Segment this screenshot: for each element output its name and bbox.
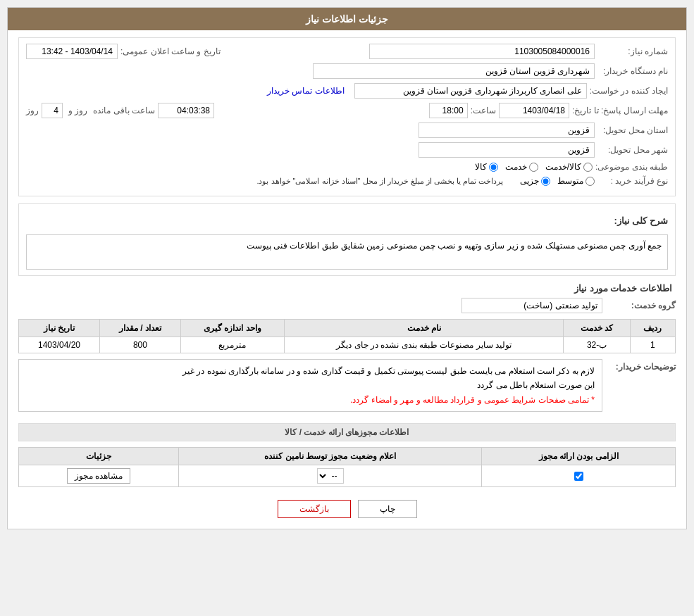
buyer-note-label: توضیحات خریدار: (605, 359, 676, 372)
permits-checkbox-container (488, 472, 669, 481)
radio-kala-khadamat-label: کالا/خدمت (545, 162, 581, 172)
cell-date: 1403/04/20 (19, 337, 100, 353)
contact-link[interactable]: اطلاعات تماس خریدار (267, 86, 345, 96)
deadline-date: 1403/04/18 (499, 103, 569, 118)
cell-name: تولید سایر مصنوعات طبقه بندی نشده در جای… (285, 337, 564, 353)
deadline-time: 18:00 (429, 103, 468, 118)
announce-date-label: تاریخ و ساعت اعلان عمومی: (120, 46, 221, 56)
cell-unit: مترمربع (180, 337, 284, 353)
city-value: قزوین (419, 142, 595, 158)
permits-status-select[interactable]: -- (317, 468, 344, 484)
col-header-unit: واحد اندازه گیری (180, 320, 284, 337)
row-buyer-org: نام دستگاه خریدار: شهرداری قزوین استان ق… (26, 63, 668, 79)
buyer-note-box: لازم به ذکر است استعلام می بایست طبق لیس… (18, 359, 602, 412)
province-label: استان محل تحویل: (597, 125, 668, 135)
permits-col-details: جزئیات (19, 448, 179, 465)
radio-khadamat-input[interactable] (529, 163, 538, 172)
title-text: جزئیات اطلاعات نیاز (306, 13, 388, 25)
cell-code: ب-32 (564, 337, 630, 353)
need-number-label: شماره نیاز: (597, 46, 668, 56)
permits-col-status: اعلام وضعیت مجوز توسط نامین کننده (178, 448, 481, 465)
description-row: شرح کلی نیاز: (26, 210, 668, 230)
radio-kala-label: کالا (475, 162, 487, 172)
view-permit-button[interactable]: مشاهده مجوز (67, 468, 130, 484)
row-service-group: گروه خدمت: تولید صنعتی (ساخت) (18, 298, 676, 313)
row-creator: ایجاد کننده در خواست: علی انصاری کاربردا… (26, 83, 668, 99)
col-header-quantity: تعداد / مقدار (100, 320, 181, 337)
remaining-label: ساعت باقی مانده (93, 106, 155, 115)
deadline-days-unit: روز (26, 106, 39, 115)
permits-section-label: اطلاعات مجوزهای ارائه خدمت / کالا (285, 427, 409, 437)
radio-jozoi-label: جزیی (520, 176, 539, 186)
purchase-type-note: پرداخت تمام یا بخشی از مبلغ خریدار از مح… (256, 177, 503, 186)
row-buyer-note: توضیحات خریدار: لازم به ذکر است استعلام … (18, 359, 676, 417)
province-value: قزوین (419, 122, 595, 138)
content-area: شماره نیاز: 1103005084000016 تاریخ و ساع… (8, 30, 686, 529)
services-section-label: اطلاعات خدمات مورد نیاز (18, 283, 676, 294)
permits-required-checkbox[interactable] (574, 472, 583, 481)
buyer-note-line3-text: * تمامی صفحات شرایط عمومی و قرارداد مطال… (350, 395, 595, 405)
buyer-note-line2: این صورت استعلام باطل می گردد (26, 378, 595, 392)
creator-value: علی انصاری کاربرداز شهرداری قزوین استان … (354, 83, 587, 99)
cell-index: 1 (630, 337, 675, 353)
services-table-head: ردیف کد خدمت نام خدمت واحد اندازه گیری ت… (19, 320, 676, 337)
permits-table: الزامی بودن ارائه مجوز اعلام وضعیت مجوز … (18, 447, 676, 487)
permits-details-cell: مشاهده مجوز (19, 465, 179, 487)
back-button[interactable]: بازگشت (278, 500, 351, 518)
permits-status-cell: -- (178, 465, 481, 487)
permits-required-cell (482, 465, 676, 487)
deadline-days-label: روز و (68, 106, 87, 115)
purchase-type-label: نوع فرآیند خرید : (597, 176, 668, 186)
radio-motawaset-input[interactable] (585, 177, 595, 186)
top-form-section: شماره نیاز: 1103005084000016 تاریخ و ساع… (18, 37, 676, 196)
cell-quantity: 800 (100, 337, 181, 353)
deadline-days: 4 (42, 103, 63, 118)
permits-section-divider: اطلاعات مجوزهای ارائه خدمت / کالا (18, 423, 676, 441)
bottom-buttons: چاپ بازگشت (18, 493, 676, 522)
col-header-index: ردیف (630, 320, 675, 337)
print-button[interactable]: چاپ (358, 500, 417, 518)
radio-jozoi-input[interactable] (541, 177, 550, 186)
buyer-org-label: نام دستگاه خریدار: (597, 66, 668, 76)
row-deadline: مهلت ارسال پاسخ: تا تاریخ: 1403/04/18 سا… (26, 103, 668, 118)
col-header-code: کد خدمت (564, 320, 630, 337)
service-group-label: گروه خدمت: (605, 301, 676, 310)
col-header-name: نام خدمت (285, 320, 564, 337)
radio-khadamat-label: خدمت (505, 162, 527, 172)
need-number-value: 1103005084000016 (369, 44, 595, 59)
services-table-body: 1 ب-32 تولید سایر مصنوعات طبقه بندی نشده… (19, 337, 676, 353)
description-section: شرح کلی نیاز: جمع آوری چمن مصنوعی مستهلک… (18, 203, 676, 276)
row-need-number: شماره نیاز: 1103005084000016 تاریخ و ساع… (26, 44, 668, 59)
col-header-date: تاریخ نیاز (19, 320, 100, 337)
buyer-note-line1: لازم به ذکر است استعلام می بایست طبق لیس… (26, 364, 595, 378)
city-label: شهر محل تحویل: (597, 145, 668, 155)
buyer-org-value: شهرداری قزوین استان قزوین (313, 63, 595, 79)
table-row: 1 ب-32 تولید سایر مصنوعات طبقه بندی نشده… (19, 337, 676, 353)
deadline-time-label: ساعت: (471, 106, 496, 115)
radio-kala-input[interactable] (489, 163, 498, 172)
announce-date-value: 1403/04/14 - 13:42 (26, 44, 118, 59)
description-label: شرح کلی نیاز: (614, 215, 668, 226)
category-radio-group: کالا/خدمت خدمت کالا (475, 162, 593, 172)
buyer-note-line3: * تمامی صفحات شرایط عمومی و قرارداد مطال… (26, 393, 595, 407)
row-province: استان محل تحویل: قزوین (26, 122, 668, 138)
radio-kala-khadamat[interactable]: کالا/خدمت (545, 162, 593, 172)
radio-kala[interactable]: کالا (475, 162, 498, 172)
row-category: طبقه بندی موضوعی: کالا/خدمت خدمت کالا (26, 162, 668, 172)
radio-khadamat[interactable]: خدمت (505, 162, 538, 172)
radio-motawaset-label: متوسط (557, 176, 583, 186)
deadline-label: مهلت ارسال پاسخ: تا تاریخ: (572, 106, 668, 115)
permits-table-body: -- مشاهده مجوز (19, 465, 676, 487)
purchase-type-radio-group: متوسط جزیی (520, 176, 595, 186)
services-table: ردیف کد خدمت نام خدمت واحد اندازه گیری ت… (18, 319, 676, 353)
remaining-time: 04:03:38 (158, 103, 214, 118)
radio-motawaset[interactable]: متوسط (557, 176, 595, 186)
creator-label: ایجاد کننده در خواست: (590, 86, 668, 96)
radio-kala-khadamat-input[interactable] (583, 163, 593, 172)
radio-jozoi[interactable]: جزیی (520, 176, 550, 186)
permits-col-required: الزامی بودن ارائه مجوز (482, 448, 676, 465)
page-title: جزئیات اطلاعات نیاز (8, 8, 686, 30)
row-purchase-type: نوع فرآیند خرید : متوسط جزیی پرداخت تمام… (26, 176, 668, 186)
description-text: جمع آوری چمن مصنوعی مستهلک شده و زیر ساز… (26, 234, 668, 270)
category-label: طبقه بندی موضوعی: (595, 162, 668, 172)
